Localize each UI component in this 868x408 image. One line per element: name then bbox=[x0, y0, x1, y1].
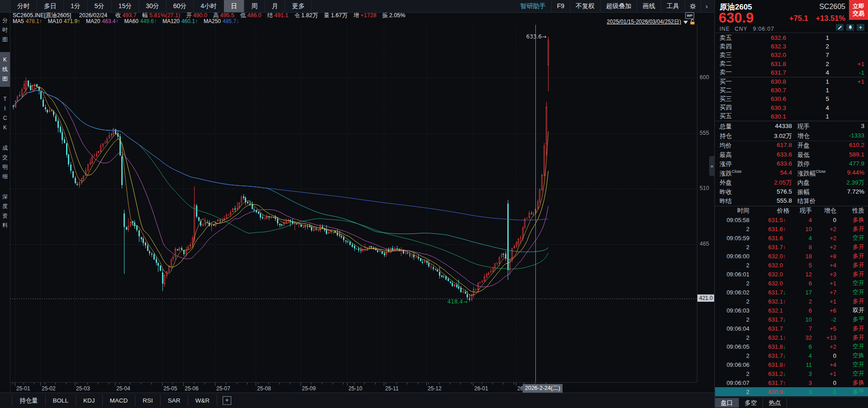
sidebar-item-K线图[interactable]: K线图 bbox=[0, 52, 10, 87]
kline-canvas[interactable] bbox=[10, 25, 697, 382]
info-field: 增+1728 bbox=[353, 12, 377, 19]
settings-gear-icon[interactable] bbox=[685, 0, 701, 12]
ob-price: 630.7 bbox=[743, 87, 786, 94]
date-range-selector[interactable]: 2025/01/15-2026/03/04(252日) bbox=[607, 19, 695, 25]
date-axis-minor-tick bbox=[396, 383, 397, 384]
tick-oi-change: +2 bbox=[812, 235, 836, 242]
date-axis-tick bbox=[473, 383, 473, 386]
period-tab-5分[interactable]: 5分 bbox=[88, 0, 112, 12]
ob-level-label: 卖一 bbox=[720, 68, 743, 76]
tick-nature: 多开 bbox=[836, 243, 864, 251]
stats-label: 振幅 bbox=[797, 188, 810, 196]
indicator-tab-SAR[interactable]: SAR bbox=[161, 395, 188, 406]
stats-label: 跌停 bbox=[797, 160, 810, 168]
indicator-tab-W&R[interactable]: W&R bbox=[188, 395, 218, 406]
period-tab-4小时[interactable]: 4小时 bbox=[194, 0, 224, 12]
ob-price: 630.1 bbox=[743, 113, 786, 120]
order-book-row-买三: 买三630.65 bbox=[720, 95, 864, 103]
chevron-down-icon[interactable] bbox=[683, 21, 688, 24]
unlock-icon[interactable] bbox=[690, 19, 695, 25]
tick-price: 631.5 bbox=[749, 217, 783, 223]
period-tab-分时[interactable]: 分时 bbox=[10, 0, 37, 12]
ma-value: 478.1↑ bbox=[26, 18, 42, 24]
price-axis[interactable]: 600555510465421.0 bbox=[697, 25, 715, 382]
indicator-tab-BOLL[interactable]: BOLL bbox=[46, 395, 76, 406]
kline-chart[interactable] bbox=[10, 25, 697, 382]
tick-nature: 多开 bbox=[836, 225, 864, 233]
alert-bell-icon[interactable] bbox=[846, 24, 854, 31]
date-range-text[interactable]: 2025/01/15-2026/03/04(252日) bbox=[607, 19, 681, 25]
add-watch-icon[interactable]: + bbox=[857, 24, 864, 31]
ob-level-label: 卖四 bbox=[720, 43, 743, 51]
edit-pencil-icon[interactable] bbox=[836, 24, 844, 31]
tick-lots: 11 bbox=[789, 361, 812, 368]
stats-label-sup: Close bbox=[816, 169, 826, 174]
date-axis-tick bbox=[75, 383, 75, 386]
period-tab-30分[interactable]: 30分 bbox=[139, 0, 167, 12]
ai-assistant-button[interactable]: 智研助手 bbox=[515, 0, 551, 12]
stats-cell: 开盘610.2 bbox=[792, 142, 864, 150]
panel-tab-多空[interactable]: 多空 bbox=[739, 398, 763, 408]
tick-time: 2 bbox=[720, 370, 749, 377]
panel-collapse-handle[interactable]: » bbox=[709, 156, 715, 176]
ob-price: 632.3 bbox=[743, 43, 786, 50]
ob-volume: 2 bbox=[786, 61, 829, 67]
date-axis-label: 25-05 bbox=[163, 385, 177, 392]
period-tab-月[interactable]: 月 bbox=[265, 0, 285, 12]
tick-oi-change: +8 bbox=[812, 253, 836, 260]
indicator-tab-MACD[interactable]: MACD bbox=[103, 395, 136, 406]
period-tab-60分[interactable]: 60分 bbox=[167, 0, 194, 12]
indicator-tab-KDJ[interactable]: KDJ bbox=[76, 395, 103, 406]
date-axis[interactable]: 25-0125-0225-0325-0425-0525-0625-0725-08… bbox=[10, 382, 697, 393]
panel-tab-热点[interactable]: 热点 bbox=[763, 398, 787, 408]
period-tab-更多[interactable]: 更多 bbox=[285, 0, 312, 12]
toolbar-button-工具[interactable]: 工具 bbox=[661, 0, 685, 12]
ma-label: MA5 bbox=[13, 18, 24, 24]
app-menu-icon[interactable] bbox=[0, 0, 10, 12]
info-field: 结491.1 bbox=[267, 12, 289, 19]
toolbar-expand-chevron[interactable]: › bbox=[701, 0, 714, 12]
indicator-tab-RSI[interactable]: RSI bbox=[135, 395, 161, 406]
period-tab-1分[interactable]: 1分 bbox=[64, 0, 88, 12]
ob-level-label: 买四 bbox=[720, 104, 743, 112]
period-tab-周[interactable]: 周 bbox=[244, 0, 265, 12]
sidebar-item-成交明细[interactable]: 成交明细 bbox=[0, 140, 10, 185]
ob-level-label: 卖三 bbox=[720, 51, 743, 59]
tick-lots: 3 bbox=[789, 380, 812, 386]
ma-label: MA120 bbox=[162, 18, 180, 24]
tick-lots: 6 bbox=[789, 280, 812, 287]
gear-icon bbox=[690, 3, 696, 9]
indicator-tab-持仓量[interactable]: 持仓量 bbox=[12, 395, 46, 406]
info-field-value: 491.1 bbox=[274, 12, 288, 19]
toolbar-button-F9[interactable]: F9 bbox=[551, 0, 570, 12]
trade-now-button[interactable]: 立即 交易 bbox=[849, 0, 868, 20]
tick-time: 09:06:07 bbox=[720, 380, 749, 386]
tick-lots: 3 bbox=[789, 370, 812, 377]
info-field-value: 490.0 bbox=[193, 12, 207, 19]
toolbar-button-不复权[interactable]: 不复权 bbox=[570, 0, 600, 12]
add-indicator-button[interactable]: + bbox=[223, 396, 231, 405]
stats-row: 持仓3.02万增仓-1333 bbox=[720, 131, 864, 141]
stats-cell: 外盘2.05万 bbox=[720, 179, 792, 187]
period-tab-多日[interactable]: 多日 bbox=[37, 0, 64, 12]
toolbar-button-超级叠加[interactable]: 超级叠加 bbox=[600, 0, 637, 12]
period-tab-日[interactable]: 日 bbox=[224, 0, 244, 12]
wp-window-icon[interactable]: WP bbox=[685, 12, 694, 19]
panel-tab-盘口[interactable]: 盘口 bbox=[715, 398, 739, 408]
quote-header: 原油2605 SC2605 立即 交易 630.9 +75.1 +13.51% … bbox=[715, 0, 868, 33]
stats-label: 涨跌Close bbox=[720, 169, 742, 178]
date-axis-minor-tick bbox=[428, 383, 429, 384]
tick-arrow-icon: ↓ bbox=[783, 343, 789, 350]
stats-value: 9.44% bbox=[847, 169, 864, 178]
toolbar-button-画线[interactable]: 画线 bbox=[637, 0, 661, 12]
quote-time: 9:06:07 bbox=[753, 26, 774, 32]
sidebar-item-深度资料[interactable]: 深度资料 bbox=[0, 189, 10, 233]
tick-price: 631.7 bbox=[749, 316, 783, 323]
date-axis-minor-tick bbox=[268, 383, 269, 384]
stats-value: 44338 bbox=[775, 123, 792, 131]
sidebar-item-TICK[interactable]: TICK bbox=[0, 91, 10, 136]
date-axis-minor-tick bbox=[247, 383, 248, 384]
stats-value: 2.39万 bbox=[846, 179, 864, 187]
period-tab-15分[interactable]: 15分 bbox=[112, 0, 139, 12]
sidebar-item-分时图[interactable]: 分时图 bbox=[0, 13, 10, 47]
